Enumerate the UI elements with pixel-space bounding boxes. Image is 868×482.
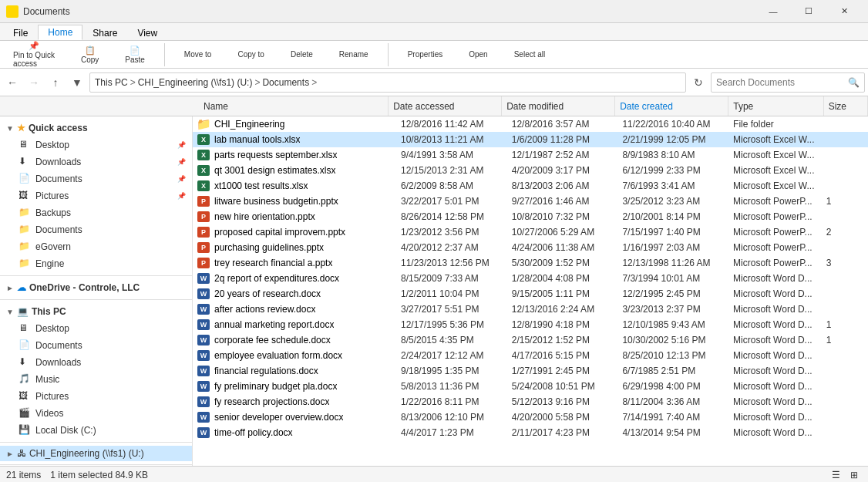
sidebar-item-documents2[interactable]: 📁 Documents [0,221,192,238]
date-accessed-cell: 12/15/2013 2:31 AM [396,165,507,176]
minimize-button[interactable]: — [755,0,791,23]
sidebar-item-downloads[interactable]: ⬇ Downloads 📌 [0,153,192,170]
sidebar-item-desktop2[interactable]: 🖥 Desktop [0,320,192,337]
tab-home[interactable]: Home [38,25,82,40]
col-name[interactable]: Name [199,96,389,116]
sidebar-item-localdisk[interactable]: 💾 Local Disk (C:) [0,422,192,439]
window-title: Documents [23,6,755,17]
table-row[interactable]: W financial regulations.docx 9/18/1995 1… [193,363,868,379]
large-icon-view-button[interactable]: ⊞ [846,467,862,483]
col-date-modified[interactable]: Date modified [502,96,615,116]
ribbon-selectall-button[interactable]: Select all [507,48,553,61]
table-row[interactable]: W 20 years of research.docx 1/2/2011 10:… [193,286,868,302]
sidebar-item-engine[interactable]: 📁 Engine [0,255,192,272]
ribbon-copyto-button[interactable]: Copy to [230,48,271,61]
file-name: senior developer overview.docx [214,412,343,423]
file-type-icon: W [196,412,211,423]
ribbon-delete-button[interactable]: Delete [284,48,320,61]
size-cell: 3 [822,258,865,268]
selection-info: 1 item selected 84.9 KB [50,470,148,480]
table-row[interactable]: W 2q report of expenditures.docx 8/15/20… [193,271,868,286]
table-row[interactable]: P litware business budgetin.pptx 3/22/20… [193,194,868,209]
col-date-created[interactable]: Date created [615,96,728,116]
type-cell: Microsoft Excel W... [728,134,822,145]
date-modified-cell: 2/15/2012 1:52 PM [507,335,618,345]
table-row[interactable]: P trey research financial a.pptx 11/23/2… [193,255,868,271]
sidebar-item-backups[interactable]: 📁 Backups [0,204,192,221]
details-view-button[interactable]: ☰ [828,467,843,483]
table-row[interactable]: X qt 3001 design estimates.xlsx 12/15/20… [193,163,868,178]
file-name: trey research financial a.pptx [214,258,332,268]
sidebar-item-documents[interactable]: 📄 Documents 📌 [0,170,192,187]
sidebar-item-pictures[interactable]: 🖼 Pictures 📌 [0,187,192,204]
close-button[interactable]: ✕ [826,0,862,23]
table-row[interactable]: W time-off policy.docx 4/4/2017 1:23 PM … [193,425,868,440]
type-cell: Microsoft PowerP... [728,258,822,268]
tab-view[interactable]: View [127,25,167,40]
ribbon-pin-button[interactable]: 📌 Pin to Quickaccess [6,39,62,70]
date-created-cell: 3/25/2012 3:23 AM [617,196,728,207]
ribbon-open-button[interactable]: Open [462,48,494,61]
table-row[interactable]: W senior developer overview.docx 8/13/20… [193,410,868,425]
sidebar-thispc-header[interactable]: ▼ 💻 This PC [0,303,192,320]
word-icon: W [197,273,210,284]
ribbon-properties-button[interactable]: Properties [401,48,450,61]
sidebar-item-egovern[interactable]: 📁 eGovern [0,238,192,255]
table-row[interactable]: W employee evaluation form.docx 2/24/201… [193,348,868,363]
col-type[interactable]: Type [728,96,823,116]
table-row[interactable]: W annual marketing report.docx 12/17/199… [193,317,868,332]
col-date-accessed[interactable]: Date accessed [389,96,502,116]
downloads2-icon: ⬇ [19,356,31,369]
sidebar-item-downloads2[interactable]: ⬇ Downloads [0,354,192,371]
maximize-button[interactable]: ☐ [791,0,826,23]
file-name: 2q report of expenditures.docx [214,273,339,284]
table-row[interactable]: P proposed capital improvem.pptx 1/23/20… [193,224,868,240]
table-row[interactable]: X parts requests september.xlsx 9/4/1991… [193,147,868,163]
table-row[interactable]: W after actions review.docx 3/27/2017 5:… [193,302,868,317]
tab-file[interactable]: File [3,25,38,40]
ribbon-paste-button[interactable]: 📄 Paste [118,43,152,66]
search-box[interactable]: 🔍 [711,72,865,93]
table-row[interactable]: W fy preliminary budget pla.docx 5/8/201… [193,379,868,394]
crumb-thispc[interactable]: This PC [95,77,128,88]
table-row[interactable]: 📁 CHI_Engineering 12/8/2016 11:42 AM 12/… [193,116,868,132]
date-modified-cell: 4/20/2000 5:58 PM [507,412,618,423]
date-modified-cell: 10/27/2006 5:29 AM [507,227,618,238]
back-button[interactable]: ← [3,73,22,92]
forward-button[interactable]: → [25,73,43,92]
crumb-documents[interactable]: Documents [262,77,309,88]
file-name: new hire orientation.pptx [214,211,315,222]
sidebar-item-music[interactable]: 🎵 Music [0,371,192,388]
refresh-button[interactable]: ↻ [689,73,708,92]
sidebar-onedrive-header[interactable]: ► ☁ OneDrive - Controle, LLC [0,279,192,296]
sidebar-item-documents3[interactable]: 📄 Documents [0,337,192,354]
date-created-cell: 2/10/2001 8:14 PM [617,211,728,222]
date-accessed-cell: 9/4/1991 3:58 AM [396,150,507,160]
sidebar-item-pictures2[interactable]: 🖼 Pictures [0,388,192,405]
excel-icon: X [197,134,210,145]
ribbon-moveto-button[interactable]: Move to [177,48,219,61]
table-row[interactable]: X xt1000 test results.xlsx 6/2/2009 8:58… [193,178,868,194]
col-size[interactable]: Size [824,96,868,116]
downloads-icon: ⬇ [19,156,31,168]
sidebar-item-videos[interactable]: 🎬 Videos [0,405,192,422]
sidebar-quickaccess-header[interactable]: ▼ ★ Quick access [0,120,192,137]
table-row[interactable]: P new hire orientation.pptx 8/26/2014 12… [193,209,868,224]
table-row[interactable]: W corporate fee schedule.docx 8/5/2015 4… [193,332,868,348]
crumb-chi[interactable]: CHI_Engineering (\\fs1) (U:) [138,77,253,88]
up-button[interactable]: ↑ [46,73,65,92]
tab-share[interactable]: Share [82,25,127,40]
ribbon-copy-button[interactable]: 📋 Copy [74,43,106,66]
search-input[interactable] [716,77,848,88]
table-row[interactable]: W fy research projections.docx 1/22/2016… [193,394,868,410]
address-path[interactable]: This PC > CHI_Engineering (\\fs1) (U:) >… [89,72,686,93]
table-row[interactable]: X lab manual tools.xlsx 10/8/2013 11:21 … [193,132,868,147]
date-created-cell: 8/9/1983 8:10 AM [617,150,728,160]
date-modified-cell: 8/13/2003 2:06 AM [507,180,618,191]
table-row[interactable]: P purchasing guidelines.pptx 4/20/2012 2… [193,240,868,255]
sidebar-item-desktop[interactable]: 🖥 Desktop 📌 [0,137,192,153]
dropdown-button[interactable]: ▼ [68,73,86,92]
sidebar-item-chieng[interactable]: ► 🖧 CHI_Engineering (\\fs1) (U:) [0,446,192,461]
ribbon-rename-button[interactable]: Rename [332,48,375,61]
date-accessed-cell: 8/15/2009 7:33 AM [396,273,507,284]
